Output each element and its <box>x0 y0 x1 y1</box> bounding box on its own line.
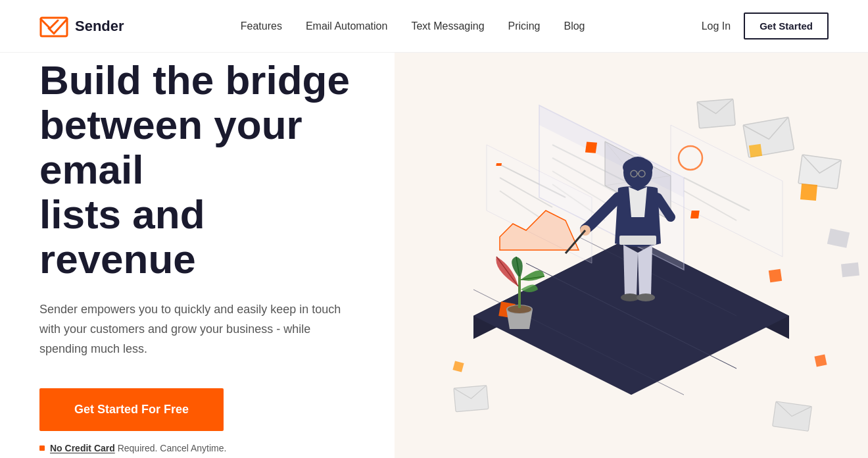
svg-rect-33 <box>769 269 782 282</box>
nav-item-email-automation[interactable]: Email Automation <box>306 20 388 32</box>
svg-rect-15 <box>496 163 502 166</box>
svg-rect-34 <box>452 361 464 372</box>
hero-section: Build the bridge between your email list… <box>0 53 868 458</box>
svg-point-46 <box>621 293 639 301</box>
nav-link-pricing[interactable]: Pricing <box>508 20 541 32</box>
nav-link-features[interactable]: Features <box>241 20 282 32</box>
hero-title-line3: lists and revenue <box>39 191 205 282</box>
login-link[interactable]: Log In <box>702 20 731 32</box>
get-started-nav-button[interactable]: Get Started <box>744 13 829 39</box>
svg-rect-58 <box>841 263 859 278</box>
cta-button[interactable]: Get Started For Free <box>39 388 224 431</box>
nav-item-pricing[interactable]: Pricing <box>508 20 541 32</box>
nav-item-text-messaging[interactable]: Text Messaging <box>411 20 484 32</box>
hero-title-line1: Build the bridge <box>39 57 350 103</box>
svg-rect-43 <box>619 236 656 245</box>
svg-point-47 <box>637 293 655 301</box>
mail-icon <box>39 15 68 38</box>
hero-illustration <box>395 53 868 458</box>
nav-item-blog[interactable]: Blog <box>564 20 585 32</box>
svg-rect-31 <box>690 211 700 218</box>
svg-rect-19 <box>585 142 597 153</box>
nav-link-text-messaging[interactable]: Text Messaging <box>411 20 484 32</box>
svg-rect-57 <box>827 228 850 248</box>
nav-actions: Log In Get Started <box>702 13 829 39</box>
orange-dot-icon <box>39 445 45 451</box>
svg-rect-35 <box>815 355 827 367</box>
nav-links: Features Email Automation Text Messaging… <box>241 20 585 32</box>
no-credit-link[interactable]: No Credit Card <box>50 443 115 453</box>
hero-title-line2: between your email <box>39 102 302 192</box>
nav-item-features[interactable]: Features <box>241 20 282 32</box>
hero-svg-illustration <box>395 53 868 458</box>
svg-rect-55 <box>800 184 817 201</box>
nav-link-email-automation[interactable]: Email Automation <box>306 20 388 32</box>
no-credit-card-rest: Required. Cancel Anytime. <box>115 443 227 453</box>
no-credit-card-note: No Credit Card Required. Cancel Anytime. <box>39 443 355 453</box>
navbar: Sender Features Email Automation Text Me… <box>0 0 868 53</box>
hero-description: Sender empowers you to quickly and easil… <box>39 300 355 359</box>
no-credit-card-text: No Credit Card Required. Cancel Anytime. <box>50 443 226 453</box>
svg-rect-56 <box>749 144 762 157</box>
hero-content: Build the bridge between your email list… <box>0 53 395 458</box>
brand-name: Sender <box>75 18 124 35</box>
nav-link-blog[interactable]: Blog <box>564 20 585 32</box>
logo[interactable]: Sender <box>39 15 124 38</box>
hero-title: Build the bridge between your email list… <box>39 58 355 282</box>
svg-rect-3 <box>798 155 842 189</box>
